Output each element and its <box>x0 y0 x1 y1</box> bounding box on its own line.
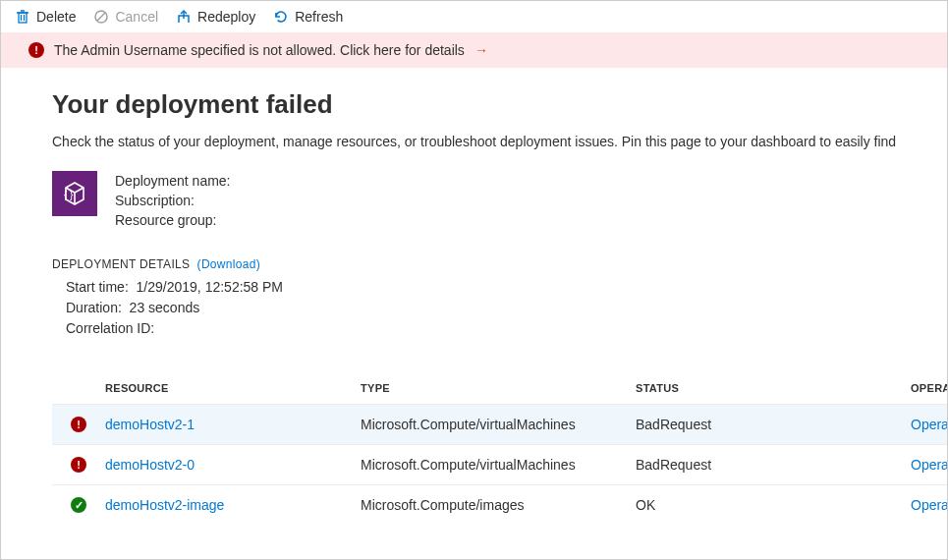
deployment-badge: { } <box>52 171 97 216</box>
page-title: Your deployment failed <box>52 89 947 120</box>
redeploy-button[interactable]: Redeploy <box>176 9 255 25</box>
refresh-button[interactable]: Refresh <box>273 9 343 25</box>
start-time-value: 1/29/2019, 12:52:58 PM <box>137 279 283 295</box>
delete-label: Delete <box>36 9 76 25</box>
deployment-name-label: Deployment name: <box>115 171 231 191</box>
svg-text:{ }: { } <box>64 190 74 200</box>
correlation-id-label: Correlation ID: <box>66 320 154 336</box>
col-type: TYPE <box>361 382 636 394</box>
resource-link[interactable]: demoHostv2-0 <box>105 457 195 473</box>
error-banner[interactable]: ! The Admin Username specified is not al… <box>1 32 947 68</box>
deployment-header: { } Deployment name: Subscription: Resou… <box>52 171 947 230</box>
table-row[interactable]: ! demoHostv2-0 Microsoft.Compute/virtual… <box>52 444 947 484</box>
status-cell: OK <box>636 497 911 513</box>
resources-table: RESOURCE TYPE STATUS OPERATION D ! demoH… <box>52 372 947 525</box>
redeploy-icon <box>176 9 192 25</box>
start-time-label: Start time: <box>66 279 129 295</box>
error-icon: ! <box>71 417 86 432</box>
trash-icon <box>15 9 30 25</box>
toolbar: Delete Cancel Redeploy Refresh <box>1 1 947 32</box>
redeploy-label: Redeploy <box>197 9 255 25</box>
deployment-meta: Deployment name: Subscription: Resource … <box>115 171 231 230</box>
operation-link[interactable]: Operation d <box>911 457 948 473</box>
duration-label: Duration: <box>66 300 122 315</box>
table-row[interactable]: ✓ demoHostv2-image Microsoft.Compute/ima… <box>52 484 947 525</box>
error-icon: ! <box>71 457 86 473</box>
resource-link[interactable]: demoHostv2-1 <box>105 417 195 432</box>
page-description: Check the status of your deployment, man… <box>52 134 947 149</box>
banner-message: The Admin Username specified is not allo… <box>54 42 465 58</box>
subscription-label: Subscription: <box>115 191 231 210</box>
cancel-icon <box>93 9 109 25</box>
arrow-right-icon: → <box>474 42 488 58</box>
resource-group-label: Resource group: <box>115 210 231 230</box>
svg-rect-0 <box>19 13 27 23</box>
resource-link[interactable]: demoHostv2-image <box>105 497 224 513</box>
status-cell: BadRequest <box>636 417 911 432</box>
operation-link[interactable]: Operation d <box>911 497 948 513</box>
type-cell: Microsoft.Compute/images <box>361 497 636 513</box>
operation-link[interactable]: Operation d <box>911 417 948 432</box>
success-icon: ✓ <box>71 497 86 513</box>
col-operation: OPERATION D <box>911 382 948 394</box>
download-link[interactable]: (Download) <box>197 257 260 271</box>
cancel-label: Cancel <box>115 9 158 25</box>
table-header: RESOURCE TYPE STATUS OPERATION D <box>52 372 947 404</box>
refresh-icon <box>273 9 289 25</box>
refresh-label: Refresh <box>295 9 343 25</box>
error-icon: ! <box>28 42 44 58</box>
svg-line-2 <box>97 13 105 21</box>
col-status: STATUS <box>636 382 911 394</box>
deployment-details-heading: DEPLOYMENT DETAILS (Download) <box>52 257 947 271</box>
status-cell: BadRequest <box>636 457 911 473</box>
deployment-details: Start time: 1/29/2019, 12:52:58 PM Durat… <box>66 277 947 339</box>
type-cell: Microsoft.Compute/virtualMachines <box>361 417 636 432</box>
col-resource: RESOURCE <box>105 382 361 394</box>
main-content: Your deployment failed Check the status … <box>1 68 947 525</box>
table-row[interactable]: ! demoHostv2-1 Microsoft.Compute/virtual… <box>52 404 947 444</box>
duration-value: 23 seconds <box>130 300 200 315</box>
cancel-button: Cancel <box>93 9 158 25</box>
type-cell: Microsoft.Compute/virtualMachines <box>361 457 636 473</box>
delete-button[interactable]: Delete <box>15 9 76 25</box>
